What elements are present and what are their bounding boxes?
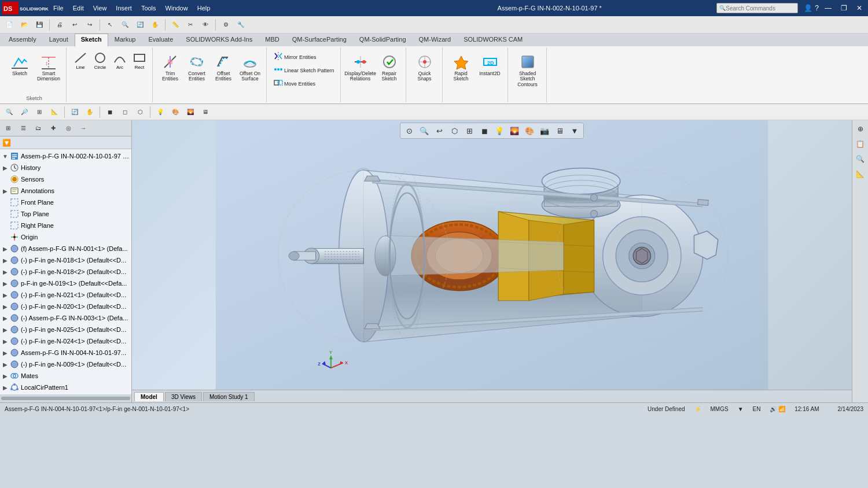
undo-button[interactable]: ↩ [68,18,82,32]
tree-comp-003[interactable]: ▶ (-) Assem-p-F-G IN-N-003<1> (Defa... [0,312,131,324]
vt-scene[interactable]: 🌄 [508,124,521,137]
vt-appearances[interactable]: 🎨 [523,124,536,137]
mates-expand[interactable]: ▶ [1,373,9,379]
tree-annotations[interactable]: ▶ Annotations [0,185,131,197]
options-button[interactable]: ⚙ [219,18,233,32]
viewport[interactable]: ⊙ 🔍 ↩ ⬡ ⊞ ◼ 💡 🌄 🎨 📷 🖥 ▼ [132,120,852,390]
display-delete-relations-button[interactable]: Display/DeleteRelations [345,51,376,84]
view-tb-zoom-in[interactable]: 🔍 [2,105,16,119]
tab-qm-wizard[interactable]: QM-Wizard [413,34,458,46]
new-button[interactable]: 📄 [2,18,16,32]
comp-018-2-expand[interactable]: ▶ [1,269,9,275]
tree-scrollbar[interactable] [1,397,130,400]
tab-evaluate[interactable]: Evaluate [142,34,179,46]
vt-3d-view[interactable]: ⬡ [448,124,461,137]
lp-add-view[interactable]: ✚ [46,121,60,135]
vt-more[interactable]: ▼ [568,124,581,137]
view-tb-display[interactable]: 🖥 [198,105,212,119]
pan-button[interactable]: ✋ [148,18,162,32]
comp-025-expand[interactable]: ▶ [1,327,9,333]
comp-001-expand[interactable]: ▶ [1,246,9,252]
lp-config-view[interactable]: 🗂 [31,121,45,135]
menu-insert[interactable]: Insert [111,3,137,13]
tree-comp-025[interactable]: ▶ (-) p-F-in ge-N-025<1> (Default<<D... [0,324,131,335]
menu-view[interactable]: View [89,3,112,13]
tree-comp-020[interactable]: ▶ (-) p-F-in ge-N-020<1> (Default<<D... [0,301,131,312]
tree-comp-021[interactable]: ▶ (-) p-F-in ge-N-021<1> (Default<<D... [0,289,131,301]
view-tb-shaded[interactable]: ◼ [103,105,117,119]
tab-qm-solid[interactable]: QM-SolidParting [353,34,413,46]
tree-scroll[interactable] [0,394,131,402]
lp-display-view[interactable]: ◎ [61,121,75,135]
tree-local-cir-pattern[interactable]: ▶ LocalCirPattern1 [0,382,131,393]
tree-mates[interactable]: ▶ Mates [0,370,131,382]
tab-layout[interactable]: Layout [43,34,75,46]
vt-zoom-in[interactable]: 🔍 [418,124,431,137]
tree-comp-009[interactable]: ▶ (-) p-F-in ge-N-009<1> (Default<<D... [0,358,131,370]
lp-view-selector[interactable]: ⊞ [1,121,15,135]
view-tb-appearance[interactable]: 🎨 [168,105,182,119]
comp-024-expand[interactable]: ▶ [1,338,9,345]
tree-history[interactable]: ▶ History [0,162,131,173]
search-commands-input[interactable] [726,5,795,12]
tab-3d-views[interactable]: 3D Views [165,392,202,401]
tree-root[interactable]: ▼ Assem-p-F-G IN-N-002-N-10-01-97 (De... [0,150,131,162]
tab-addins[interactable]: SOLIDWORKS Add-Ins [179,34,259,46]
offset-on-surface-button[interactable]: Offset OnSurface [237,51,263,84]
smart-dimension-button[interactable]: ↕ SmartDimension [35,51,62,84]
view-button[interactable]: 👁 [198,18,212,32]
local-cir-expand[interactable]: ▶ [1,385,9,391]
open-button[interactable]: 📂 [17,18,31,32]
lp-list-view[interactable]: ☰ [16,121,30,135]
arc-button[interactable]: Arc [111,51,129,72]
tree-front-plane[interactable]: ▶ Front Plane [0,197,131,208]
print-button[interactable]: 🖨 [53,18,67,32]
vt-normal[interactable]: ⊞ [463,124,476,137]
close-button[interactable]: ✕ [853,3,866,13]
view-tb-zoom-out[interactable]: 🔎 [17,105,31,119]
view-tb-hidden[interactable]: ⬡ [133,105,147,119]
root-expand-icon[interactable]: ▼ [1,153,9,160]
tree-sensors[interactable]: ▶ Sensors [0,173,131,185]
comp-018-1-expand[interactable]: ▶ [1,257,9,264]
view-tb-scene[interactable]: 🌄 [183,105,197,119]
lp-arrow[interactable]: → [76,121,90,135]
circle-button[interactable]: Circle [91,51,109,72]
help-icon[interactable]: ? [815,4,819,12]
units-dropdown-icon[interactable]: ▼ [738,406,744,412]
rp-measure[interactable]: 📐 [854,168,867,180]
vt-previous-view[interactable]: ↩ [433,124,446,137]
rect-button[interactable]: Rect [130,51,149,72]
repair-sketch-button[interactable]: RepairSketch [377,51,402,84]
shaded-sketch-button[interactable]: ShadedSketchContours [513,51,543,89]
vt-zoom-to-fit[interactable]: ⊙ [403,124,415,137]
measure-button[interactable]: 📏 [168,18,182,32]
convert-entities-button[interactable]: ConvertEntities [184,51,209,84]
vt-photo[interactable]: 📷 [538,124,551,137]
tree-comp-001[interactable]: ▶ (f) Assem-p-F-G IN-N-001<1> (Defa... [0,243,131,254]
mirror-entities-button[interactable]: Mirror Entities [271,51,337,63]
tree-comp-018-1[interactable]: ▶ (-) p-F-in ge-N-018<1> (Default<<D... [0,254,131,266]
menu-edit[interactable]: Edit [68,3,89,13]
rp-view-settings[interactable]: ⊕ [854,123,867,135]
comp-020-expand[interactable]: ▶ [1,304,9,310]
line-button[interactable]: Line [71,51,90,72]
tab-mbd[interactable]: MBD [259,34,285,46]
menu-window[interactable]: Window [161,3,193,13]
tab-motion-study[interactable]: Motion Study 1 [203,392,255,401]
menu-file[interactable]: File [49,3,68,13]
tab-markup[interactable]: Markup [108,34,142,46]
linear-sketch-button[interactable]: Linear Sketch Pattern [271,64,337,76]
customize-button[interactable]: 🔧 [234,18,248,32]
sketch-button[interactable]: Sketch [6,51,34,78]
redo-button[interactable]: ↪ [83,18,97,32]
view-tb-fit[interactable]: ⊞ [32,105,46,119]
comp-009-expand[interactable]: ▶ [1,361,9,368]
view-tb-normal[interactable]: 📐 [47,105,61,119]
tree-origin[interactable]: ▶ Origin [0,231,131,243]
view-tb-rotate[interactable]: 🔄 [68,105,82,119]
comp-019-expand[interactable]: ▶ [1,280,9,287]
offset-entities-button[interactable]: OffsetEntities [211,51,236,84]
instant2d-button[interactable]: 2D Instant2D [476,51,504,78]
select-button[interactable]: ↖ [103,18,117,32]
